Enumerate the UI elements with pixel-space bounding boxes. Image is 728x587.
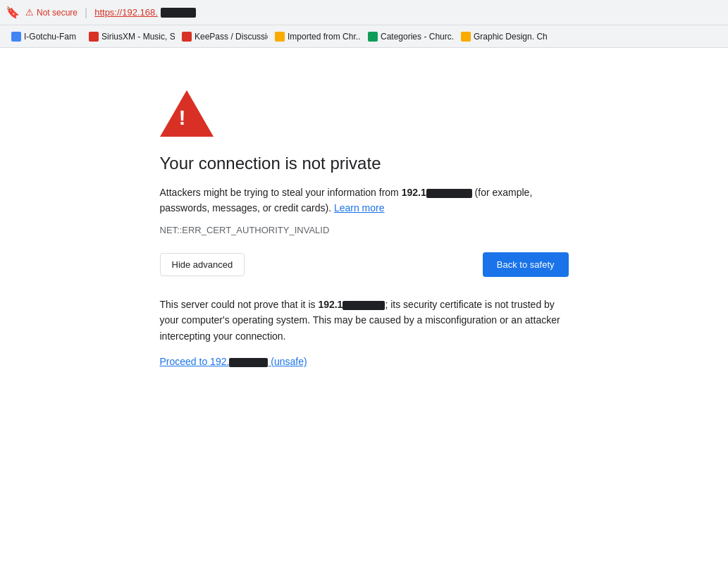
- bookmark-label-4: Imported from Chr...: [288, 32, 361, 42]
- proceed-redacted: [229, 358, 268, 367]
- bookmark-label-2: SiriusXM - Music, S...: [101, 32, 175, 42]
- bookmark-item-2[interactable]: SiriusXM - Music, S...: [83, 29, 175, 44]
- proceed-before: Proceed to 192.: [160, 356, 230, 367]
- warning-icon: ⚠: [25, 7, 34, 18]
- error-desc-before: Attackers might be trying to steal your …: [160, 187, 402, 198]
- bookmark-icon[interactable]: 🔖: [6, 6, 20, 19]
- bookmark-item-6[interactable]: Graphic Design. Ch...: [455, 29, 547, 44]
- divider: |: [85, 6, 87, 19]
- not-secure-badge: ⚠ Not secure: [25, 7, 78, 18]
- advanced-description: This server could not prove that it is 1…: [160, 297, 569, 344]
- bookmark-label-5: Categories - Churc...: [381, 32, 454, 42]
- learn-more-link[interactable]: Learn more: [334, 202, 385, 214]
- bookmark-label-6: Graphic Design. Ch...: [474, 32, 547, 42]
- advanced-ip: 192.1: [318, 299, 343, 310]
- proceed-paragraph: Proceed to 192. (unsafe): [160, 355, 569, 368]
- bookmark-icon-2: [89, 32, 99, 42]
- url-redacted-part: [161, 8, 196, 18]
- bookmark-item-5[interactable]: Categories - Churc...: [362, 29, 454, 44]
- bookmark-item-1[interactable]: I-Gotchu-Fam: [6, 29, 82, 44]
- bookmark-icon-6: [461, 32, 471, 42]
- bookmark-icon-1: [11, 32, 21, 42]
- ip-redacted-1: [426, 189, 472, 198]
- bookmark-label-3: KeePass / Discussio...: [195, 32, 268, 42]
- proceed-link[interactable]: Proceed to 192. (unsafe): [160, 356, 307, 367]
- not-secure-label: Not secure: [37, 8, 78, 18]
- bookmark-label-1: I-Gotchu-Fam: [24, 32, 76, 42]
- button-row: Hide advanced Back to safety: [160, 252, 569, 277]
- warning-triangle-icon: [160, 90, 214, 137]
- url-https[interactable]: https://192.168.: [94, 7, 158, 18]
- bookmark-icon-3: [182, 32, 192, 42]
- bookmark-icon-4: [275, 32, 285, 42]
- ip-redacted-2: [343, 301, 385, 310]
- hide-advanced-button[interactable]: Hide advanced: [160, 253, 245, 276]
- proceed-after: (unsafe): [268, 356, 307, 367]
- back-to-safety-button[interactable]: Back to safety: [483, 252, 569, 277]
- error-ip-partial: 192.1: [402, 187, 426, 198]
- advanced-text-before: This server could not prove that it is: [160, 299, 319, 310]
- bookmark-icon-5: [368, 32, 378, 42]
- error-description: Attackers might be trying to steal your …: [160, 185, 569, 216]
- main-content: Your connection is not private Attackers…: [0, 48, 728, 583]
- error-container: Your connection is not private Attackers…: [146, 90, 583, 583]
- error-code: NET::ERR_CERT_AUTHORITY_INVALID: [160, 225, 569, 235]
- bookmark-item-3[interactable]: KeePass / Discussio...: [176, 29, 268, 44]
- url-bar[interactable]: https://192.168.: [94, 7, 196, 18]
- error-title: Your connection is not private: [160, 154, 569, 173]
- bookmarks-bar: I-Gotchu-Fam SiriusXM - Music, S... KeeP…: [0, 25, 728, 48]
- browser-bar: 🔖 ⚠ Not secure | https://192.168.: [0, 0, 728, 25]
- bookmark-item-4[interactable]: Imported from Chr...: [269, 29, 361, 44]
